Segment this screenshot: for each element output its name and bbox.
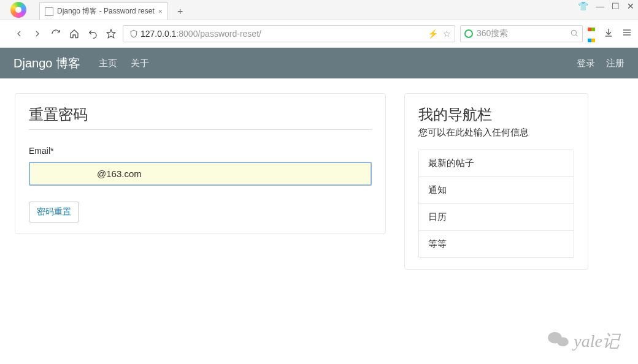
shield-icon	[127, 27, 140, 40]
flash-icon[interactable]: ⚡	[428, 29, 438, 39]
close-window-icon[interactable]: ✕	[627, 1, 634, 11]
grid-icon[interactable]	[588, 23, 595, 45]
nav-link-login[interactable]: 登录	[577, 58, 595, 69]
bookmark-star-icon[interactable]: ☆	[443, 29, 451, 39]
page-icon	[45, 7, 53, 16]
browser-tab[interactable]: Django 博客 - Password reset ×	[39, 2, 168, 20]
sidebar-list: 最新的帖子 通知 日历 等等	[418, 150, 574, 258]
sidebar-item-notify[interactable]: 通知	[419, 177, 574, 204]
browser-chrome: Django 博客 - Password reset × + 👕 — ☐ ✕	[0, 0, 638, 48]
tab-title: Django 博客 - Password reset	[57, 6, 155, 17]
watermark: yale记	[548, 330, 620, 353]
reset-button[interactable]: 密码重置	[29, 202, 79, 222]
svg-marker-0	[107, 29, 115, 37]
star-icon[interactable]	[104, 27, 118, 40]
address-bar[interactable]: 127.0.0.1:8000/password-reset/ ⚡ ☆	[123, 25, 455, 42]
search-placeholder: 360搜索	[477, 28, 508, 39]
url-host: 127.0.0.1	[140, 29, 176, 39]
sidebar-item-etc[interactable]: 等等	[419, 231, 574, 257]
undo-icon[interactable]	[86, 27, 99, 40]
email-label: Email*	[29, 146, 372, 156]
sidebar-card: 我的导航栏 您可以在此处输入任何信息 最新的帖子 通知 日历 等等	[404, 93, 588, 270]
tab-bar: Django 博客 - Password reset × + 👕 — ☐ ✕	[0, 0, 638, 20]
svg-point-9	[557, 337, 569, 346]
forward-icon[interactable]	[31, 27, 44, 40]
back-icon[interactable]	[12, 27, 26, 40]
site-navbar: Django 博客 主页 关于 登录 注册	[0, 48, 638, 78]
sidebar-item-calendar[interactable]: 日历	[419, 204, 574, 231]
toolbar: 127.0.0.1:8000/password-reset/ ⚡ ☆ 360搜索	[0, 20, 638, 47]
svg-line-2	[576, 34, 578, 36]
browser-logo[interactable]	[0, 0, 37, 20]
sidebar-item-latest[interactable]: 最新的帖子	[419, 150, 574, 177]
nav-link-home[interactable]: 主页	[99, 58, 117, 69]
search-icon[interactable]	[570, 29, 578, 39]
360-logo-icon	[464, 29, 473, 38]
sidebar-subtitle: 您可以在此处输入任何信息	[418, 127, 574, 138]
search-box[interactable]: 360搜索	[460, 25, 583, 42]
url-path: :8000/password-reset/	[176, 29, 261, 39]
email-field[interactable]	[29, 162, 372, 186]
password-reset-card: 重置密码 Email* 密码重置	[15, 93, 386, 234]
home-icon[interactable]	[67, 27, 81, 40]
sidebar-title: 我的导航栏	[418, 105, 574, 124]
nav-link-register[interactable]: 注册	[606, 58, 625, 69]
new-tab-button[interactable]: +	[172, 4, 189, 20]
card-title: 重置密码	[29, 105, 372, 130]
maximize-icon[interactable]: ☐	[612, 1, 620, 11]
site-brand[interactable]: Django 博客	[13, 55, 80, 72]
close-tab-icon[interactable]: ×	[158, 7, 163, 16]
wechat-icon	[548, 331, 569, 352]
page-body: 重置密码 Email* 密码重置 我的导航栏 您可以在此处输入任何信息 最新的帖…	[0, 78, 638, 284]
minimize-icon[interactable]: —	[596, 1, 604, 11]
menu-icon[interactable]	[622, 28, 632, 40]
download-icon[interactable]	[604, 28, 613, 40]
svg-point-1	[571, 30, 576, 35]
tshirt-icon[interactable]: 👕	[578, 1, 588, 11]
nav-link-about[interactable]: 关于	[131, 58, 149, 69]
watermark-text: yale记	[574, 330, 620, 353]
reload-icon[interactable]	[49, 27, 63, 40]
